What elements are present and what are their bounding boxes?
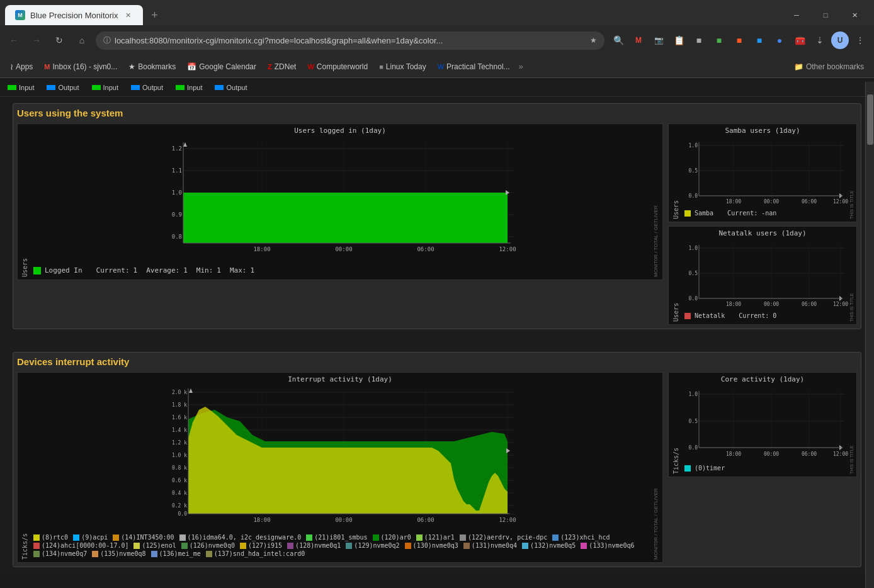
svg-text:2.0 k: 2.0 k (172, 390, 187, 395)
svg-rect-118 (581, 543, 587, 549)
minimize-button[interactable]: ─ (782, 3, 811, 28)
bookmark-inbox[interactable]: M Inbox (16) - sjvn0... (39, 60, 122, 74)
samba-current-value: -nan (761, 210, 776, 217)
bookmark-bookmarks-label: Bookmarks (138, 62, 176, 71)
cw-bm-icon: W (307, 63, 314, 71)
copy-icon[interactable]: 📋 (670, 31, 688, 49)
scroll-thumb[interactable] (867, 94, 873, 145)
svg-text:0.0: 0.0 (689, 193, 698, 199)
downloads-icon[interactable]: ⇣ (811, 31, 829, 49)
legend-ar0: (120)ar0 (373, 534, 411, 541)
scrollbar[interactable] (865, 82, 874, 574)
close-button[interactable]: ✕ (840, 3, 869, 28)
home-button[interactable]: ⌂ (73, 31, 91, 49)
nvme0q2-color (346, 543, 352, 549)
extensions-icon[interactable]: 🧰 (791, 31, 809, 49)
svg-rect-121 (151, 551, 157, 557)
netatalk-legend: Netatalk Current: 0 (681, 310, 849, 322)
svg-rect-107 (460, 534, 466, 541)
core-chart-area: Ticks/s 1.0 (671, 385, 854, 474)
menu-button[interactable]: ⋮ (851, 31, 869, 49)
new-tab-button[interactable]: + (145, 6, 163, 24)
svg-text:06:00: 06:00 (417, 517, 434, 523)
bookmark-google-calendar[interactable]: 📅 Google Calendar (182, 60, 261, 74)
ar1-color (416, 534, 423, 541)
users-right-label: MONIT0R / TOTAL / GETLIVER (652, 136, 660, 277)
bookmark-practical-tech[interactable]: W Practical Technol... (433, 60, 515, 74)
svg-marker-20 (183, 142, 187, 147)
extension-icon-1[interactable]: ■ (690, 31, 708, 49)
nvme0q4-color (463, 543, 470, 549)
svg-text:00:00: 00:00 (764, 302, 779, 307)
extension-icon-2[interactable]: ■ (710, 31, 728, 49)
users-logged-chart-container: Users logged in (1day) Users (17, 123, 663, 280)
svg-text:0.0: 0.0 (689, 296, 698, 302)
bookmark-apps[interactable]: ≀ Apps (5, 59, 38, 74)
legend-snd-hda: (137)snd_hda_intel:card0 (206, 550, 305, 557)
svg-text:0.4 k: 0.4 k (172, 490, 187, 496)
nvme0q8-color (92, 551, 98, 557)
netatalk-current-label: Current: (739, 312, 769, 319)
svg-text:0.8: 0.8 (172, 234, 182, 240)
extension-icon-4[interactable]: ■ (751, 31, 768, 49)
samba-legend: Samba Current: -nan (681, 207, 849, 219)
svg-text:0.8 k: 0.8 k (172, 465, 187, 471)
svg-rect-113 (287, 543, 293, 549)
interrupt-right-label: MONIT0R / TOTAL / GETLIVER (652, 385, 660, 560)
url-bar[interactable]: ⓘ localhost:8080/monitorix-cgi/monitorix… (96, 31, 604, 50)
netatalk-legend-label: Netatalk (695, 312, 725, 319)
svg-text:06:00: 06:00 (802, 451, 817, 457)
tab-close-button[interactable]: ✕ (123, 10, 133, 20)
bookmark-bookmarks[interactable]: ★ Bookmarks (123, 60, 181, 74)
svg-rect-114 (346, 543, 352, 549)
svg-text:0.6 k: 0.6 k (172, 478, 187, 483)
extension-icon-3[interactable]: ■ (730, 31, 748, 49)
bookmarks-more-icon[interactable]: » (516, 62, 526, 71)
svg-rect-102 (113, 534, 119, 541)
samba-legend-color (684, 210, 691, 217)
profile-avatar[interactable]: U (831, 31, 849, 49)
legend-min-value: 1 (217, 266, 221, 274)
xhci-color (552, 534, 559, 541)
bookmark-zdnet[interactable]: Z ZDNet (263, 60, 301, 74)
legend-current-value: 1 (133, 266, 138, 274)
forward-button[interactable]: → (28, 31, 45, 49)
maximize-button[interactable]: □ (811, 3, 840, 28)
users-charts-row: Users logged in (1day) Users (17, 123, 857, 325)
core-chart-inner: 1.0 0.5 0.0 18:00 00:00 06:00 12:00 (681, 385, 849, 474)
interrupt-section: Devices interrupt activity Interrupt act… (0, 346, 874, 574)
svg-rect-116 (463, 543, 470, 549)
reload-button[interactable]: ↻ (50, 31, 68, 49)
legend-nvme0q6: (133)nvme0q6 (581, 542, 634, 549)
samba-chart-area: Users 1.0 (671, 136, 854, 219)
samba-chart-inner: 1.0 0.5 0.0 18:00 00:00 06:00 12:00 (681, 136, 849, 219)
bookmark-other[interactable]: 📁 Other bookmarks (789, 60, 869, 74)
svg-text:1.0 k: 1.0 k (172, 453, 187, 458)
chrome-icon[interactable]: ● (771, 31, 788, 49)
legend-current-label: Current: (96, 266, 130, 274)
gmail-icon[interactable]: M (630, 31, 647, 49)
search-icon[interactable]: 🔍 (610, 31, 627, 49)
i915-color (240, 543, 246, 549)
svg-text:12:00: 12:00 (833, 302, 848, 307)
svg-text:06:00: 06:00 (802, 199, 817, 205)
bookmark-star-icon: ★ (590, 36, 597, 45)
bookmark-linux-today[interactable]: ■ Linux Today (374, 60, 431, 74)
bookmark-computerworld[interactable]: W Computerworld (302, 60, 373, 74)
legend-mei-me: (136)mei_me (151, 550, 201, 557)
users-y-axis-label: Users (20, 136, 30, 277)
back-button[interactable]: ← (5, 31, 23, 49)
lt-bm-icon: ■ (379, 63, 383, 71)
svg-rect-106 (416, 534, 423, 541)
active-tab[interactable]: M Blue Precision Monitorix ✕ (5, 5, 143, 25)
legend-nvme0q1: (128)nvme0q1 (287, 542, 341, 549)
interrupt-chart-area: Ticks/s (20, 385, 660, 560)
input-indicator-2 (176, 85, 184, 90)
google-meet-icon[interactable]: 📷 (650, 31, 667, 49)
zdnet-bm-icon: Z (268, 63, 272, 71)
aerdrv-color (460, 534, 466, 541)
users-section: Users using the system Users logged in (… (0, 97, 874, 336)
svg-text:18:00: 18:00 (726, 199, 741, 205)
nvme0q5-color (522, 543, 528, 549)
svg-rect-1 (47, 85, 55, 90)
